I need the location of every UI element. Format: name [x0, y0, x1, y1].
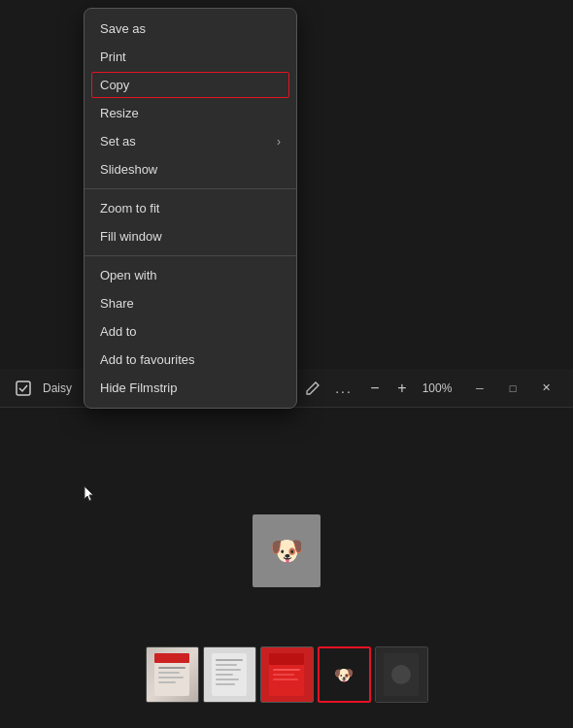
menu-item-zoom-to-fit[interactable]: Zoom to fit	[84, 194, 296, 222]
app-icon	[12, 377, 35, 400]
filmstrip-thumb-5[interactable]	[375, 646, 428, 703]
app-window: 🐶 Daisy ... −	[0, 0, 573, 728]
ellipsis-icon: ...	[335, 381, 353, 396]
svg-rect-8	[216, 659, 243, 661]
menu-item-label-save-as: Save as	[100, 21, 146, 36]
menu-item-label-hide-filmstrip: Hide Filmstrip	[100, 381, 177, 395]
svg-rect-10	[216, 669, 241, 671]
svg-rect-0	[17, 381, 30, 395]
zoom-controls: − + 100%	[363, 377, 456, 400]
filmstrip-thumb-1[interactable]	[146, 646, 199, 703]
filmstrip: 🐶	[0, 641, 573, 709]
svg-rect-12	[216, 678, 239, 680]
menu-item-label-add-to: Add to	[100, 324, 137, 339]
dog-icon: 🐶	[334, 666, 354, 684]
more-options-button[interactable]: ...	[332, 377, 355, 400]
dog-image-content: 🐶	[253, 514, 320, 587]
menu-item-add-to[interactable]: Add to	[84, 317, 296, 346]
svg-rect-13	[216, 683, 235, 685]
menu-item-add-to-favourites[interactable]: Add to favourites	[84, 346, 296, 374]
thumb-5-content	[376, 647, 427, 702]
menu-item-label-share: Share	[100, 296, 134, 311]
svg-rect-5	[158, 677, 184, 678]
menu-item-hide-filmstrip[interactable]: Hide Filmstrip	[84, 374, 296, 402]
menu-separator	[84, 188, 296, 189]
menu-item-share[interactable]: Share	[84, 289, 296, 317]
svg-rect-6	[158, 681, 176, 683]
menu-item-label-zoom-to-fit: Zoom to fit	[100, 201, 159, 215]
edit-button[interactable]	[301, 377, 324, 400]
filmstrip-thumb-3[interactable]	[260, 646, 314, 703]
toolbar-right: ... − + 100% ─ □ ✕	[301, 375, 561, 402]
menu-item-fill-window[interactable]: Fill window	[84, 222, 296, 250]
zoom-in-button[interactable]: +	[390, 377, 414, 400]
svg-rect-9	[216, 664, 237, 666]
window-controls: ─ □ ✕	[464, 375, 561, 402]
filmstrip-thumb-2[interactable]	[203, 646, 256, 703]
svg-rect-16	[273, 669, 300, 671]
zoom-out-button[interactable]: −	[363, 377, 387, 400]
thumb-3-content	[261, 647, 313, 702]
close-button[interactable]: ✕	[530, 375, 561, 402]
menu-item-label-open-with: Open with	[100, 268, 157, 282]
menu-item-label-fill-window: Fill window	[100, 229, 162, 244]
toolbar-title: Daisy	[43, 381, 72, 395]
menu-item-print[interactable]: Print	[84, 43, 296, 71]
menu-item-label-copy: Copy	[100, 78, 129, 92]
maximize-button[interactable]: □	[497, 375, 528, 402]
context-menu: Save asPrintCopyResizeSet as›SlideshowZo…	[84, 8, 297, 409]
minimize-button[interactable]: ─	[464, 375, 495, 402]
svg-rect-11	[216, 674, 233, 676]
thumb-4-content: 🐶	[320, 648, 369, 701]
thumb-1-content	[147, 647, 198, 702]
menu-item-resize[interactable]: Resize	[84, 99, 296, 127]
thumb-2-content	[204, 647, 255, 702]
menu-separator	[84, 255, 296, 256]
zoom-level: 100%	[418, 381, 456, 395]
svg-rect-2	[154, 653, 189, 663]
svg-rect-17	[273, 674, 294, 676]
menu-item-label-add-to-favourites: Add to favourites	[100, 352, 195, 367]
menu-item-label-print: Print	[100, 50, 126, 64]
svg-rect-18	[273, 678, 298, 680]
main-image: 🐶	[253, 514, 320, 587]
menu-item-set-as[interactable]: Set as›	[84, 127, 296, 155]
menu-item-save-as[interactable]: Save as	[84, 15, 296, 43]
menu-item-label-slideshow: Slideshow	[100, 162, 157, 177]
svg-point-20	[391, 665, 411, 684]
menu-item-copy[interactable]: Copy	[90, 71, 290, 99]
svg-rect-4	[158, 672, 180, 674]
menu-item-label-resize: Resize	[100, 106, 139, 120]
menu-item-label-set-as: Set as	[100, 134, 136, 149]
submenu-arrow-icon: ›	[277, 135, 281, 149]
menu-item-slideshow[interactable]: Slideshow	[84, 155, 296, 183]
menu-item-open-with[interactable]: Open with	[84, 261, 296, 289]
svg-rect-15	[269, 653, 304, 665]
filmstrip-thumb-4[interactable]: 🐶	[318, 646, 371, 703]
svg-rect-3	[158, 667, 185, 669]
